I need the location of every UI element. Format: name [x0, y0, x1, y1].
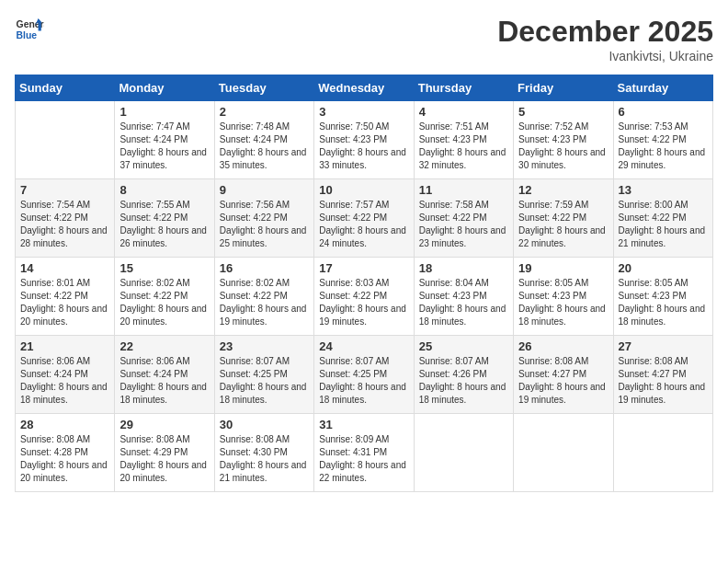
day-cell — [514, 414, 613, 492]
day-cell: 2Sunrise: 7:48 AMSunset: 4:24 PMDaylight… — [214, 101, 313, 179]
day-number: 17 — [319, 261, 408, 275]
title-section: December 2025 Ivankivtsi, Ukraine — [497, 15, 713, 63]
day-info: Sunrise: 8:05 AMSunset: 4:23 PMDaylight:… — [518, 277, 608, 328]
day-info: Sunrise: 7:50 AMSunset: 4:23 PMDaylight:… — [319, 121, 408, 172]
day-info: Sunrise: 7:53 AMSunset: 4:22 PMDaylight:… — [619, 121, 708, 172]
day-cell: 17Sunrise: 8:03 AMSunset: 4:22 PMDayligh… — [314, 258, 414, 336]
day-number: 9 — [220, 183, 309, 197]
day-cell: 22Sunrise: 8:06 AMSunset: 4:24 PMDayligh… — [115, 336, 214, 414]
day-number: 1 — [119, 105, 209, 119]
day-cell — [16, 101, 115, 179]
day-info: Sunrise: 8:03 AMSunset: 4:22 PMDaylight:… — [319, 277, 408, 328]
day-info: Sunrise: 8:08 AMSunset: 4:30 PMDaylight:… — [220, 433, 309, 485]
day-number: 13 — [619, 183, 708, 197]
day-cell: 14Sunrise: 8:01 AMSunset: 4:22 PMDayligh… — [16, 258, 115, 336]
day-cell: 12Sunrise: 7:59 AMSunset: 4:22 PMDayligh… — [514, 179, 613, 258]
day-cell: 21Sunrise: 8:06 AMSunset: 4:24 PMDayligh… — [16, 336, 115, 414]
day-cell: 20Sunrise: 8:05 AMSunset: 4:23 PMDayligh… — [613, 258, 712, 336]
month-title: December 2025 — [497, 15, 713, 49]
day-number: 16 — [220, 261, 309, 275]
day-info: Sunrise: 8:02 AMSunset: 4:22 PMDaylight:… — [119, 277, 209, 328]
logo-icon: General Blue — [15, 15, 44, 44]
logo: General Blue — [15, 15, 44, 44]
day-info: Sunrise: 8:08 AMSunset: 4:27 PMDaylight:… — [619, 355, 708, 407]
day-info: Sunrise: 8:08 AMSunset: 4:27 PMDaylight:… — [518, 355, 608, 407]
week-row-2: 14Sunrise: 8:01 AMSunset: 4:22 PMDayligh… — [16, 258, 713, 336]
day-info: Sunrise: 7:55 AMSunset: 4:22 PMDaylight:… — [119, 199, 209, 250]
day-cell: 24Sunrise: 8:07 AMSunset: 4:25 PMDayligh… — [314, 336, 414, 414]
week-row-0: 1Sunrise: 7:47 AMSunset: 4:24 PMDaylight… — [16, 101, 713, 179]
header-cell-saturday: Saturday — [613, 75, 712, 101]
day-info: Sunrise: 7:51 AMSunset: 4:23 PMDaylight:… — [419, 121, 508, 172]
week-row-1: 7Sunrise: 7:54 AMSunset: 4:22 PMDaylight… — [16, 179, 713, 258]
day-cell: 8Sunrise: 7:55 AMSunset: 4:22 PMDaylight… — [115, 179, 214, 258]
day-info: Sunrise: 8:06 AMSunset: 4:24 PMDaylight:… — [20, 355, 109, 407]
day-info: Sunrise: 7:57 AMSunset: 4:22 PMDaylight:… — [319, 199, 408, 250]
day-cell: 4Sunrise: 7:51 AMSunset: 4:23 PMDaylight… — [414, 101, 513, 179]
calendar-header: SundayMondayTuesdayWednesdayThursdayFrid… — [16, 75, 713, 101]
day-number: 25 — [419, 339, 508, 353]
day-info: Sunrise: 7:54 AMSunset: 4:22 PMDaylight:… — [20, 199, 109, 250]
day-cell: 10Sunrise: 7:57 AMSunset: 4:22 PMDayligh… — [314, 179, 414, 258]
day-cell: 31Sunrise: 8:09 AMSunset: 4:31 PMDayligh… — [314, 414, 414, 492]
day-number: 21 — [20, 339, 109, 353]
day-cell: 16Sunrise: 8:02 AMSunset: 4:22 PMDayligh… — [214, 258, 313, 336]
day-number: 23 — [220, 339, 309, 353]
day-cell: 6Sunrise: 7:53 AMSunset: 4:22 PMDaylight… — [613, 101, 712, 179]
page-header: General Blue December 2025 Ivankivtsi, U… — [15, 15, 713, 63]
day-number: 20 — [619, 261, 708, 275]
day-info: Sunrise: 7:59 AMSunset: 4:22 PMDaylight:… — [518, 199, 608, 250]
day-number: 29 — [119, 418, 209, 431]
header-cell-thursday: Thursday — [414, 75, 513, 101]
day-info: Sunrise: 8:00 AMSunset: 4:22 PMDaylight:… — [619, 199, 708, 250]
day-cell: 23Sunrise: 8:07 AMSunset: 4:25 PMDayligh… — [214, 336, 313, 414]
day-cell: 11Sunrise: 7:58 AMSunset: 4:22 PMDayligh… — [414, 179, 513, 258]
day-number: 15 — [119, 261, 209, 275]
day-info: Sunrise: 7:58 AMSunset: 4:22 PMDaylight:… — [419, 199, 508, 250]
day-cell: 9Sunrise: 7:56 AMSunset: 4:22 PMDaylight… — [214, 179, 313, 258]
day-number: 8 — [119, 183, 209, 197]
calendar-body: 1Sunrise: 7:47 AMSunset: 4:24 PMDaylight… — [16, 101, 713, 492]
day-number: 28 — [20, 418, 109, 431]
day-cell: 19Sunrise: 8:05 AMSunset: 4:23 PMDayligh… — [514, 258, 613, 336]
day-cell: 15Sunrise: 8:02 AMSunset: 4:22 PMDayligh… — [115, 258, 214, 336]
day-number: 26 — [518, 339, 608, 353]
day-info: Sunrise: 8:08 AMSunset: 4:29 PMDaylight:… — [119, 433, 209, 485]
day-number: 3 — [319, 105, 408, 119]
day-number: 22 — [119, 339, 209, 353]
header-cell-tuesday: Tuesday — [214, 75, 313, 101]
day-number: 18 — [419, 261, 508, 275]
day-number: 30 — [220, 418, 309, 431]
calendar-table: SundayMondayTuesdayWednesdayThursdayFrid… — [15, 75, 713, 492]
day-info: Sunrise: 7:52 AMSunset: 4:23 PMDaylight:… — [518, 121, 608, 172]
day-info: Sunrise: 8:08 AMSunset: 4:28 PMDaylight:… — [20, 433, 109, 485]
day-cell: 1Sunrise: 7:47 AMSunset: 4:24 PMDaylight… — [115, 101, 214, 179]
day-info: Sunrise: 8:07 AMSunset: 4:26 PMDaylight:… — [419, 355, 508, 407]
week-row-3: 21Sunrise: 8:06 AMSunset: 4:24 PMDayligh… — [16, 336, 713, 414]
day-info: Sunrise: 8:01 AMSunset: 4:22 PMDaylight:… — [20, 277, 109, 328]
day-number: 24 — [319, 339, 408, 353]
day-cell — [613, 414, 712, 492]
day-number: 14 — [20, 261, 109, 275]
day-number: 4 — [419, 105, 508, 119]
header-row: SundayMondayTuesdayWednesdayThursdayFrid… — [16, 75, 713, 101]
day-info: Sunrise: 8:07 AMSunset: 4:25 PMDaylight:… — [319, 355, 408, 407]
header-cell-sunday: Sunday — [16, 75, 115, 101]
day-cell: 13Sunrise: 8:00 AMSunset: 4:22 PMDayligh… — [613, 179, 712, 258]
day-cell: 27Sunrise: 8:08 AMSunset: 4:27 PMDayligh… — [613, 336, 712, 414]
day-cell — [414, 414, 513, 492]
day-number: 19 — [518, 261, 608, 275]
day-number: 31 — [319, 418, 408, 431]
svg-text:Blue: Blue — [17, 30, 38, 40]
header-cell-friday: Friday — [514, 75, 613, 101]
day-cell: 25Sunrise: 8:07 AMSunset: 4:26 PMDayligh… — [414, 336, 513, 414]
day-cell: 30Sunrise: 8:08 AMSunset: 4:30 PMDayligh… — [214, 414, 313, 492]
day-info: Sunrise: 8:06 AMSunset: 4:24 PMDaylight:… — [119, 355, 209, 407]
day-info: Sunrise: 7:48 AMSunset: 4:24 PMDaylight:… — [220, 121, 309, 172]
day-number: 5 — [518, 105, 608, 119]
day-cell: 29Sunrise: 8:08 AMSunset: 4:29 PMDayligh… — [115, 414, 214, 492]
day-cell: 3Sunrise: 7:50 AMSunset: 4:23 PMDaylight… — [314, 101, 414, 179]
day-number: 27 — [619, 339, 708, 353]
day-info: Sunrise: 8:05 AMSunset: 4:23 PMDaylight:… — [619, 277, 708, 328]
day-cell: 28Sunrise: 8:08 AMSunset: 4:28 PMDayligh… — [16, 414, 115, 492]
